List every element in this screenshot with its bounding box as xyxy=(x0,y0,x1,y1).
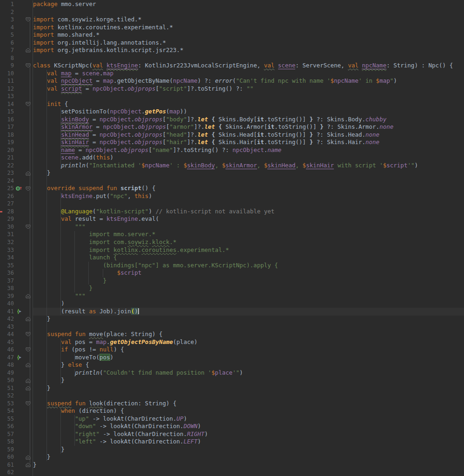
gutter[interactable]: 34 xyxy=(0,254,33,262)
fold-marker-end[interactable] xyxy=(24,171,32,176)
gutter[interactable]: 43 xyxy=(0,323,33,331)
gutter[interactable]: 17 xyxy=(0,123,33,131)
code-text[interactable]: } xyxy=(33,453,51,461)
code-text[interactable]: val pos = map.getObjectPosByName(place) xyxy=(33,338,198,346)
code-line[interactable]: 48 } else { xyxy=(0,361,464,369)
fold-marker-collapse[interactable] xyxy=(24,347,32,352)
code-text[interactable]: } else { xyxy=(33,361,89,369)
code-line[interactable]: 39 """ xyxy=(0,292,464,300)
gutter[interactable]: 41 xyxy=(0,308,33,316)
gutter[interactable]: 26 xyxy=(0,192,33,200)
code-line[interactable]: 18 skinHead = npcObject.objprops["head"]… xyxy=(0,131,464,139)
code-line[interactable]: 50 } xyxy=(0,377,464,384)
code-line[interactable]: 42 } xyxy=(0,315,464,323)
code-line[interactable]: 5import mmo.shared.* xyxy=(0,31,464,39)
code-text[interactable]: import com.soywiz.klock.* xyxy=(33,238,177,246)
code-text[interactable]: } xyxy=(33,169,51,177)
gutter[interactable]: 55 xyxy=(0,415,33,423)
code-line[interactable]: 11 val npcObject = map.getObjectByName(n… xyxy=(0,77,464,85)
gutter[interactable]: 25o↑ xyxy=(0,185,33,192)
code-text[interactable]: println("Couldn't find named position '$… xyxy=(33,369,243,377)
code-text[interactable]: } xyxy=(33,377,65,384)
code-editor[interactable]: 1package mmo.server23import com.soywiz.k… xyxy=(0,0,464,476)
code-text[interactable]: } xyxy=(33,277,106,285)
gutter[interactable]: 10 xyxy=(0,70,33,78)
code-text[interactable]: launch { xyxy=(33,254,117,262)
gutter[interactable]: 35 xyxy=(0,262,33,270)
code-text[interactable]: skinHead = npcObject.objprops["head"]?.l… xyxy=(33,131,379,139)
gutter[interactable]: 44 xyxy=(0,331,33,338)
gutter[interactable]: 53 xyxy=(0,400,33,408)
gutter[interactable]: 19 xyxy=(0,139,33,146)
code-text[interactable]: import mmo.server.* xyxy=(33,231,155,238)
code-text[interactable]: @Language("kotlin-script") // kotlin-scr… xyxy=(33,208,274,216)
code-text[interactable]: when (direction) { xyxy=(33,407,124,415)
gutter[interactable]: 60 xyxy=(0,453,33,461)
code-line[interactable]: 23 } xyxy=(0,169,464,177)
code-text[interactable]: $script xyxy=(33,269,141,277)
gutter[interactable]: 1 xyxy=(0,0,33,8)
code-text[interactable]: ktsEngine.put("npc", this) xyxy=(33,192,152,200)
code-text[interactable]: "left" -> lookAt(CharDirection.LEFT) xyxy=(33,438,201,446)
code-line[interactable]: 36 $script xyxy=(0,269,464,277)
fold-marker-collapse[interactable] xyxy=(24,225,32,229)
gutter[interactable]: 37 xyxy=(0,277,33,285)
code-line[interactable]: 60 } xyxy=(0,453,464,461)
code-line[interactable]: 45 val pos = map.getObjectPosByName(plac… xyxy=(0,338,464,346)
gutter[interactable]: 7 xyxy=(0,46,33,54)
code-line[interactable]: 49 println("Couldn't find named position… xyxy=(0,369,464,377)
code-text[interactable]: val npcObject = map.getObjectByName(npcN… xyxy=(33,77,397,85)
code-text[interactable]: (result as Job).join() xyxy=(33,308,139,316)
fold-marker-end[interactable] xyxy=(24,463,32,467)
code-text[interactable]: override suspend fun script() { xyxy=(33,185,155,192)
code-text[interactable]: } xyxy=(33,461,37,469)
gutter[interactable]: 50 xyxy=(0,377,33,384)
fold-marker-end[interactable] xyxy=(24,378,32,383)
code-text[interactable]: "down" -> lookAt(CharDirection.DOWN) xyxy=(33,423,201,430)
fold-marker-end[interactable] xyxy=(24,363,32,367)
gutter[interactable]: 2 xyxy=(0,8,33,16)
gutter[interactable]: 3 xyxy=(0,16,33,24)
code-text[interactable]: val result = ktsEngine.eval( xyxy=(33,215,159,223)
code-text[interactable]: """ xyxy=(33,292,86,300)
gutter[interactable]: 29 xyxy=(0,215,33,223)
code-line[interactable]: 12 val script = npcObject.objprops["scri… xyxy=(0,85,464,93)
gutter[interactable]: 27 xyxy=(0,200,33,208)
fold-marker-collapse[interactable] xyxy=(24,332,32,337)
code-text[interactable]: val script = npcObject.objprops["script"… xyxy=(33,85,253,93)
gutter[interactable]: 56 xyxy=(0,423,33,430)
gutter[interactable]: 13 xyxy=(0,93,33,100)
code-text[interactable]: } xyxy=(33,284,93,292)
code-line[interactable]: 51 } xyxy=(0,384,464,392)
code-text[interactable]: println("Instantiated '$npcName' : $skin… xyxy=(33,162,418,170)
code-line[interactable]: 10 val map = scene.map xyxy=(0,70,464,78)
suspend-call-icon[interactable] xyxy=(14,355,24,360)
code-line[interactable]: 34 launch { xyxy=(0,254,464,262)
gutter[interactable]: 28 xyxy=(0,208,33,216)
code-line[interactable]: 17 skinArmor = npcObject.objprops["armor… xyxy=(0,123,464,131)
code-line[interactable]: 61} xyxy=(0,461,464,469)
code-line[interactable]: 25o↑ override suspend fun script() { xyxy=(0,185,464,192)
code-text[interactable]: name = npcObject.objprops["name"]?.toStr… xyxy=(33,146,281,154)
code-line[interactable]: 13 xyxy=(0,93,464,100)
code-line[interactable]: 55 "up" -> lookAt(CharDirection.UP) xyxy=(0,415,464,423)
code-line[interactable]: 8 xyxy=(0,54,464,62)
code-line[interactable]: 9class KScriptNpc(val ktsEngine: KotlinJ… xyxy=(0,62,464,70)
fold-marker-collapse[interactable] xyxy=(24,63,32,68)
gutter[interactable]: 15 xyxy=(0,108,33,116)
code-line[interactable]: 20 name = npcObject.objprops["name"]?.to… xyxy=(0,146,464,154)
code-text[interactable]: ) xyxy=(33,300,65,308)
code-line[interactable]: 21 scene.add(this) xyxy=(0,154,464,162)
gutter[interactable]: 14 xyxy=(0,100,33,108)
code-text[interactable]: } xyxy=(33,446,65,454)
gutter[interactable]: 30 xyxy=(0,223,33,231)
gutter[interactable]: 36 xyxy=(0,269,33,277)
gutter[interactable]: 22 xyxy=(0,162,33,170)
code-text[interactable]: skinBody = npcObject.objprops["body"]?.l… xyxy=(33,116,386,124)
code-line[interactable]: 54 when (direction) { xyxy=(0,407,464,415)
code-line[interactable]: 32 import com.soywiz.klock.* xyxy=(0,238,464,246)
fold-marker-end[interactable] xyxy=(24,294,32,298)
gutter[interactable]: 48 xyxy=(0,361,33,369)
code-line[interactable]: 35 (bindings["npc"] as mmo.server.KScrip… xyxy=(0,262,464,270)
code-line[interactable]: 26 ktsEngine.put("npc", this) xyxy=(0,192,464,200)
